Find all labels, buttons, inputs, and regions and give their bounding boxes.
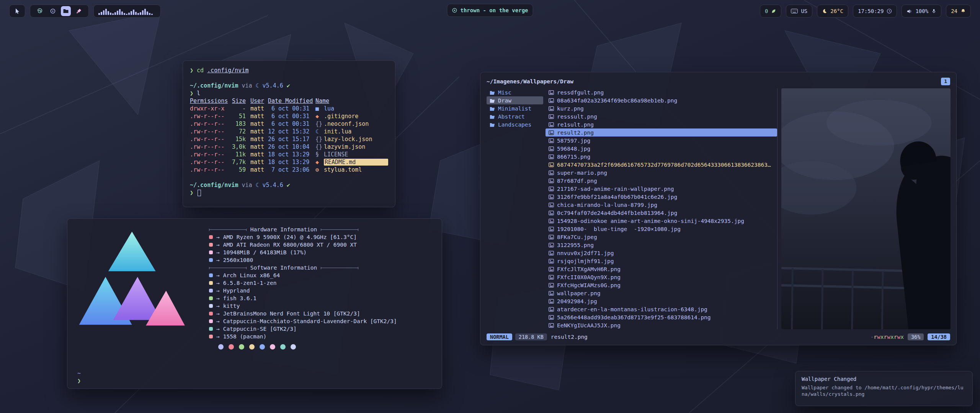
file-list-item[interactable]: ressdfgult.png — [546, 88, 777, 96]
file-size-text: 72 — [228, 128, 246, 135]
sidebar-folder-item[interactable]: Misc — [487, 88, 543, 96]
file-list-item[interactable]: FXfcII0X0AQyn9X.png — [546, 273, 777, 281]
file-name-text: result2.png — [557, 130, 594, 136]
file-list-item[interactable]: re1sult.png — [546, 120, 777, 128]
file-owner-text: matt — [250, 128, 268, 135]
file-list-item[interactable]: 68747470733a2f2f696d616765732d7769786d70… — [546, 161, 777, 169]
circle-dot-icon — [50, 8, 56, 14]
info-text: 1558 (pacman) — [223, 333, 267, 340]
file-list-item[interactable]: 20492984.jpg — [546, 297, 777, 305]
file-list-item[interactable]: chica-mirando-la-luna-8799.jpg — [546, 201, 777, 209]
file-name-text: .gitignore — [324, 113, 388, 120]
workspace-button-4[interactable] — [74, 6, 84, 16]
file-list-item[interactable]: 19201080-__blue-tinge__-1920×1080.jpg — [546, 225, 777, 233]
date-widget[interactable]: 24 — [946, 5, 971, 18]
folder-name-text: Abstract — [498, 114, 525, 120]
file-list-item[interactable]: 217167-sad-anime-rain-wallpaper.png — [546, 185, 777, 193]
file-name-text: 217167-sad-anime-rain-wallpaper.png — [557, 186, 674, 192]
cursor-position-badge: 14/38 — [928, 333, 950, 340]
prompt-status-line: ~/.config/nvim via ☾ v5.4.6 ✔ — [190, 181, 388, 189]
file-list-item[interactable]: EeNKYgIUcAAJ5JX.png — [546, 321, 777, 329]
date-day-text: 24 — [951, 8, 957, 14]
info-icon — [209, 296, 213, 300]
selected-file-name: result2.png — [551, 334, 588, 340]
arrow-icon: → — [216, 280, 220, 286]
info-text: AMD ATI Radeon RX 6800/6800 XT / 6900 XT — [223, 242, 357, 248]
sidebar-folder-item[interactable]: Abstract — [487, 112, 543, 120]
workspace-button-2[interactable] — [48, 6, 58, 16]
file-list-item[interactable]: 87r687df.png — [546, 177, 777, 185]
image-file-icon — [549, 315, 554, 320]
prompt-symbol: ❯ — [190, 189, 193, 196]
text-cursor — [198, 190, 201, 196]
terminal-window[interactable]: ❯ cd .config/nvim ~/.config/nvim via ☾ v… — [183, 60, 395, 207]
keyboard-layout-widget[interactable]: US — [786, 5, 812, 18]
file-name-text: 3122955.png — [557, 242, 594, 248]
file-owner-text: matt — [250, 151, 268, 158]
image-file-icon — [549, 307, 554, 312]
audio-widget[interactable]: 100% — [902, 5, 941, 18]
workspace-button-3[interactable] — [61, 6, 71, 16]
file-permissions-text: drwxr-xr-x — [190, 105, 228, 112]
file-list-item[interactable]: 08a634fa02a32364f69ebc86a98eb1eb.png — [546, 96, 777, 104]
file-listing-row: drwxr-xr-x - matt 6 oct 00:31 ■ lua — [190, 105, 388, 112]
command-argument: .config/nvim — [207, 67, 248, 74]
file-list-item[interactable]: 8FKa7Cu.jpeg — [546, 233, 777, 241]
file-list-item[interactable]: 866715.png — [546, 153, 777, 161]
file-list-item[interactable]: 5a266e448add93deab367d87173e9f25-6837886… — [546, 313, 777, 321]
file-size-text: 15k — [228, 136, 246, 143]
file-name-text: 68747470733a2f2f696d616765732d7769786d70… — [557, 162, 774, 168]
clock-widget[interactable]: 17:50:29 — [853, 5, 897, 18]
info-icon — [209, 235, 213, 239]
file-list-item[interactable]: 596848.jpg — [546, 145, 777, 153]
info-icon — [209, 281, 213, 285]
file-list-item[interactable]: 3126f7e9bbf21a8a4af0b67b041c6e26.jpg — [546, 193, 777, 201]
file-list-item[interactable]: 0c794faf07de24a4db4d4fb1eb813964.jpg — [546, 209, 777, 217]
file-manager-window[interactable]: ~/Imagenes/Wallpapers/Draw 1 Misc Draw — [480, 72, 957, 345]
command-line-1: ❯ cd .config/nvim — [190, 67, 388, 74]
file-list-item[interactable]: 587597.jpg — [546, 137, 777, 145]
file-type-icon: § — [315, 151, 324, 158]
notification-popup[interactable]: Wallpaper Changed Wallpaper changed to /… — [795, 371, 973, 406]
file-permissions-text: .rw-r--r-- — [190, 166, 228, 173]
file-list-item[interactable]: FXfcJlTXgAMvH6R.png — [546, 265, 777, 273]
file-list-item[interactable]: wallpaper.png — [546, 289, 777, 297]
system-info-window[interactable]: Hardware Information → AMD Ryzen 9 5900X… — [67, 218, 442, 389]
file-permissions-text: .rw-r--r-- — [190, 136, 228, 143]
file-list-item[interactable]: super-mario.png — [546, 169, 777, 177]
file-list-item[interactable]: 154928-odinokoe_anime-art-anime-okno-sin… — [546, 217, 777, 225]
file-owner-text: matt — [250, 105, 268, 112]
cursor-icon — [14, 8, 20, 14]
keyboard-icon — [791, 9, 798, 13]
file-list-item[interactable]: result2.png — [546, 128, 777, 137]
info-line: → AMD ATI Radeon RX 6800/6800 XT / 6900 … — [209, 241, 433, 249]
info-text: 980x413 — [223, 257, 253, 263]
updates-widget[interactable]: 0 — [760, 5, 781, 18]
file-list-item[interactable]: nnvuv0xj2df71.jpg — [546, 249, 777, 257]
file-list-item[interactable]: rsjqojlmjhf91.jpg — [546, 257, 777, 265]
file-list-item[interactable]: FXfcHgcWIAMzs0G.png — [546, 281, 777, 289]
clock-icon — [887, 8, 892, 14]
weather-widget[interactable]: 26°C — [817, 5, 848, 18]
sidebar-folder-item[interactable]: Draw — [487, 96, 543, 104]
speaker-icon — [906, 8, 912, 14]
empty-prompt-line[interactable]: ❯ — [190, 189, 388, 197]
file-list-item[interactable]: resssult.png — [546, 112, 777, 120]
file-list-item[interactable]: kurz.png — [546, 104, 777, 112]
command-text: l — [197, 90, 200, 97]
image-file-icon — [549, 146, 554, 151]
sidebar-folder-item[interactable]: Landscapes — [487, 120, 543, 128]
file-list-item[interactable]: 3122955.png — [546, 241, 777, 249]
prompt-symbol: ❯ — [190, 90, 193, 97]
file-name-text: 8FKa7Cu.jpeg — [557, 234, 597, 240]
image-file-icon — [549, 211, 554, 215]
shell-prompt[interactable]: ~ ❯ — [77, 369, 81, 385]
launcher-button[interactable] — [9, 5, 25, 18]
audio-visualizer[interactable] — [93, 5, 161, 18]
tab-indicator[interactable]: 1 — [941, 78, 950, 85]
arrow-icon: → — [216, 295, 220, 301]
file-list-item[interactable]: atardecer-en-la-montanas-ilustracion-634… — [546, 305, 777, 313]
file-list: ressdfgult.png 08a634fa02a32364f69ebc86a… — [546, 88, 777, 329]
workspace-button-1[interactable] — [35, 6, 45, 16]
sidebar-folder-item[interactable]: Minimalist — [487, 104, 543, 112]
